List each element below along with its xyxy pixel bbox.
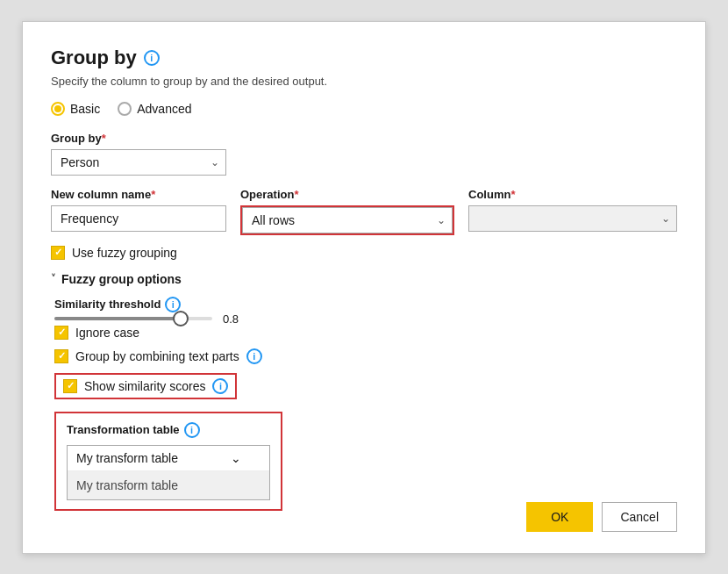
group-combining-label: Group by combining text parts — [75, 349, 239, 363]
ignore-case-checkbox[interactable]: ✓ — [54, 326, 68, 340]
operation-highlight-border: All rows ⌄ — [240, 205, 454, 235]
show-similarity-checkbox[interactable]: ✓ — [63, 379, 77, 393]
title-info-icon[interactable]: i — [144, 50, 160, 66]
column-label: Column* — [468, 188, 677, 201]
similarity-threshold-label: Similarity threshold i — [54, 297, 677, 312]
fuzzy-grouping-row: ✓ Use fuzzy grouping — [51, 246, 677, 260]
transform-selected-value: My transform table — [76, 451, 178, 465]
slider-fill — [54, 317, 181, 320]
group-combining-checkbox[interactable]: ✓ — [54, 349, 68, 363]
group-combining-checkmark-icon: ✓ — [58, 351, 66, 361]
operation-label: Operation* — [240, 188, 454, 201]
ignore-case-label: Ignore case — [75, 326, 139, 340]
group-by-dialog: Group by i Specify the column to group b… — [22, 21, 706, 554]
similarity-info-icon[interactable]: i — [165, 297, 181, 312]
new-column-input[interactable] — [51, 205, 226, 232]
ignore-case-row: ✓ Ignore case — [54, 326, 677, 340]
slider-container: 0.8 — [54, 312, 677, 326]
column-section: Column* ⌄ — [468, 188, 677, 232]
radio-basic-input[interactable] — [51, 102, 65, 116]
fuzzy-checkmark-icon: ✓ — [54, 248, 62, 257]
show-similarity-label: Show similarity scores — [84, 379, 205, 393]
transform-option-item[interactable]: My transform table — [68, 471, 269, 499]
fuzzy-options-toggle[interactable]: ˅ Fuzzy group options — [51, 272, 677, 286]
fuzzy-grouping-label: Use fuzzy grouping — [72, 246, 177, 260]
transform-dropdown: My transform table ⌄ My transform table — [67, 445, 270, 500]
fuzzy-options-content: Similarity threshold i 0.8 ✓ Ignore case… — [51, 297, 677, 511]
slider-track[interactable] — [54, 317, 212, 320]
ok-button[interactable]: OK — [526, 502, 593, 532]
new-column-section: New column name* — [51, 188, 226, 232]
operation-select-wrapper: All rows ⌄ — [242, 207, 453, 233]
radio-basic-text: Basic — [70, 102, 100, 116]
transform-info-icon[interactable]: i — [184, 422, 200, 438]
mode-radio-group: Basic Advanced — [51, 102, 677, 116]
transform-chevron-icon: ⌄ — [231, 451, 241, 465]
radio-advanced-input[interactable] — [118, 102, 132, 116]
group-combining-info-icon[interactable]: i — [246, 348, 262, 364]
new-column-label: New column name* — [51, 188, 226, 201]
group-combining-row: ✓ Group by combining text parts i — [54, 348, 677, 364]
operation-section: Operation* All rows ⌄ — [240, 188, 454, 235]
transformation-table-section: Transformation table i My transform tabl… — [54, 412, 282, 511]
show-similarity-highlight-border: ✓ Show similarity scores i — [54, 373, 237, 399]
column-select[interactable] — [468, 205, 677, 232]
dialog-title: Group by — [51, 47, 137, 69]
transformation-table-label: Transformation table i — [67, 422, 270, 438]
cancel-button[interactable]: Cancel — [602, 502, 677, 532]
groupby-select[interactable]: Person — [51, 149, 226, 176]
groupby-field-label: Group by* — [51, 132, 677, 145]
transform-dropdown-options: My transform table — [68, 470, 269, 499]
show-similarity-info-icon[interactable]: i — [212, 378, 228, 394]
radio-advanced-label[interactable]: Advanced — [118, 102, 191, 116]
dialog-subtitle: Specify the column to group by and the d… — [51, 75, 677, 88]
fuzzy-grouping-checkbox[interactable]: ✓ — [51, 246, 65, 260]
dialog-footer: OK Cancel — [526, 502, 677, 532]
ignore-case-checkmark-icon: ✓ — [58, 327, 66, 337]
fuzzy-options-label: Fuzzy group options — [61, 272, 182, 286]
slider-value: 0.8 — [223, 312, 239, 326]
groupby-select-wrapper: Person ⌄ — [51, 149, 226, 176]
radio-advanced-text: Advanced — [137, 102, 191, 116]
groupby-section: Group by* Person ⌄ — [51, 132, 677, 176]
three-col-row: New column name* Operation* All rows ⌄ C… — [51, 188, 677, 235]
slider-thumb[interactable] — [173, 311, 189, 326]
fuzzy-options-chevron-icon: ˅ — [51, 273, 56, 284]
column-select-wrapper: ⌄ — [468, 205, 677, 232]
show-similarity-checkmark-icon: ✓ — [67, 381, 75, 391]
operation-select[interactable]: All rows — [242, 207, 453, 233]
transform-dropdown-selected[interactable]: My transform table ⌄ — [68, 446, 269, 470]
radio-basic-label[interactable]: Basic — [51, 102, 100, 116]
